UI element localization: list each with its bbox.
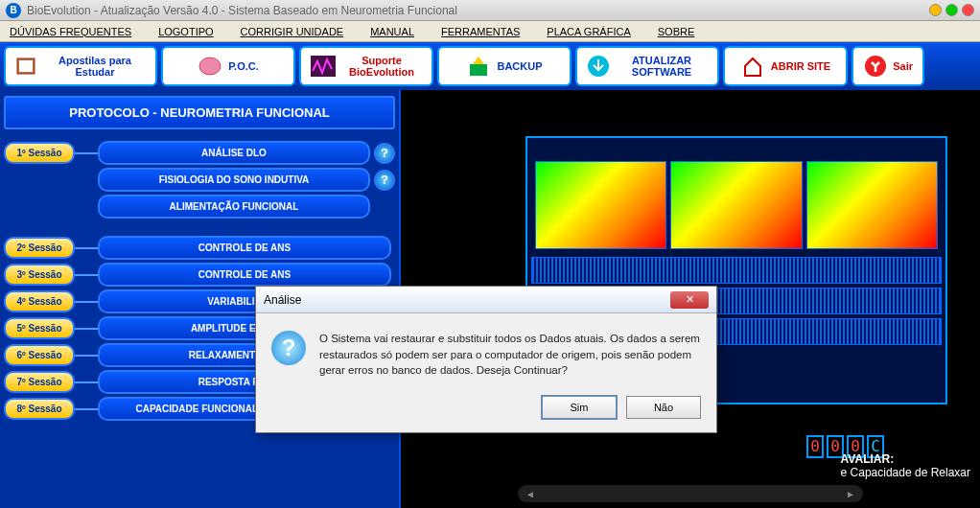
backup-button[interactable]: BACKUP: [437, 46, 572, 86]
backup-icon: [466, 54, 491, 79]
spectrum-chart: [806, 161, 938, 249]
sair-button[interactable]: Sair: [852, 46, 924, 86]
help-button[interactable]: ?: [374, 170, 395, 191]
window-controls: [929, 4, 974, 16]
carousel-scroll[interactable]: ◄ ►: [518, 485, 863, 502]
connector: [75, 408, 98, 410]
menu-ferramentas[interactable]: FERRAMENTAS: [441, 26, 520, 37]
download-icon: [587, 54, 610, 79]
toolbar: Apostilas para Estudar P.O.C. Suporte Bi…: [0, 42, 980, 90]
session-2-button[interactable]: 2º Sessão: [4, 237, 75, 259]
dialog-message: O Sistema vai restaurar e substituir tod…: [319, 331, 701, 379]
exit-icon: [863, 54, 887, 79]
session-7-button[interactable]: 7º Sessão: [4, 371, 75, 393]
menu-duvidas[interactable]: DÚVIDAS FREQUENTES: [10, 26, 131, 37]
item-controle-ans-3[interactable]: CONTROLE DE ANS: [98, 263, 391, 287]
item-fisiologia-sono[interactable]: FISIOLOGIA DO SONO INDUTIVA: [98, 168, 370, 192]
menu-manual[interactable]: MANUAL: [370, 26, 414, 37]
dialog-close-button[interactable]: ✕: [670, 291, 709, 309]
menu-placa[interactable]: PLACA GRÁFICA: [547, 26, 630, 37]
avaliar-title: AVALIAR:: [841, 452, 970, 466]
chevron-left-icon[interactable]: ◄: [525, 489, 535, 499]
chevron-right-icon[interactable]: ►: [846, 489, 855, 499]
digit: 0: [806, 435, 824, 458]
atualizar-button[interactable]: ATUALIZAR SOFTWARE: [575, 46, 719, 86]
session-5-button[interactable]: 5º Sessão: [4, 317, 75, 339]
connector: [75, 328, 98, 330]
connector: [75, 152, 98, 154]
dialog-titlebar: Análise ✕: [256, 287, 716, 313]
session-8-button[interactable]: 8º Sessão: [4, 398, 75, 420]
apostilas-button[interactable]: Apostilas para Estudar: [4, 46, 157, 86]
backup-label: BACKUP: [497, 60, 542, 72]
connector: [75, 301, 98, 303]
svg-rect-4: [470, 64, 487, 76]
dialog-yes-button[interactable]: Sim: [542, 396, 617, 419]
session-4-button[interactable]: 4º Sessão: [4, 290, 75, 312]
analise-dialog: Análise ✕ ? O Sistema vai restaurar e su…: [255, 286, 717, 433]
sair-label: Sair: [893, 60, 913, 72]
home-icon: [740, 54, 765, 79]
item-alimentacao[interactable]: ALIMENTAÇÃO FUNCIONAL: [98, 195, 370, 219]
connector: [75, 274, 98, 276]
atualizar-label: ATUALIZAR SOFTWARE: [616, 55, 708, 78]
abrir-site-label: ABRIR SITE: [771, 60, 830, 72]
app-icon: B: [6, 3, 21, 18]
suporte-label: Suporte BioEvolution: [341, 55, 422, 78]
connector: [75, 247, 98, 249]
connector: [75, 381, 98, 383]
spectrum-chart: [670, 161, 802, 249]
item-analise-dlo[interactable]: ANÁLISE DLO: [98, 141, 370, 165]
abrir-site-button[interactable]: ABRIR SITE: [723, 46, 848, 86]
minimize-button[interactable]: [929, 4, 942, 16]
dialog-no-button[interactable]: Não: [626, 396, 701, 419]
window-title: BioEvolution - Atualização Versão 4.0 - …: [27, 4, 929, 17]
spectrum-chart: [535, 161, 666, 249]
window-titlebar: B BioEvolution - Atualização Versão 4.0 …: [0, 0, 980, 21]
question-icon: ?: [271, 331, 306, 365]
panel-title: PROTOCOLO - NEUROMETRIA FUNCIONAL: [4, 96, 395, 129]
menubar: DÚVIDAS FREQUENTES LOGOTIPO CORRIGIR UNI…: [0, 21, 980, 42]
help-button[interactable]: ?: [374, 143, 395, 164]
session-6-button[interactable]: 6º Sessão: [4, 344, 75, 366]
suporte-button[interactable]: Suporte BioEvolution: [299, 46, 433, 86]
svg-rect-1: [19, 60, 33, 72]
apostilas-label: Apostilas para Estudar: [44, 55, 146, 78]
session-3-button[interactable]: 3º Sessão: [4, 264, 75, 286]
menu-sobre[interactable]: SOBRE: [658, 26, 695, 37]
dialog-title: Análise: [264, 293, 301, 307]
avaliar-sub: e Capacidade de Relaxar: [841, 466, 970, 479]
avaliar-overlay: AVALIAR: e Capacidade de Relaxar: [841, 452, 970, 479]
wave-icon: [311, 54, 336, 79]
item-controle-ans-2[interactable]: CONTROLE DE ANS: [98, 236, 391, 260]
maximize-button[interactable]: [945, 4, 958, 16]
menu-logotipo[interactable]: LOGOTIPO: [158, 26, 213, 37]
brain-icon: [198, 54, 222, 79]
poc-label: P.O.C.: [228, 60, 259, 72]
close-button[interactable]: [962, 4, 974, 16]
poc-button[interactable]: P.O.C.: [161, 46, 295, 86]
svg-point-2: [199, 58, 221, 75]
session-1-button[interactable]: 1º Sessão: [4, 142, 75, 164]
book-icon: [15, 54, 38, 79]
menu-corrigir[interactable]: CORRIGIR UNIDADE: [241, 26, 344, 37]
waveform-chart: [531, 257, 942, 284]
connector: [75, 355, 98, 357]
